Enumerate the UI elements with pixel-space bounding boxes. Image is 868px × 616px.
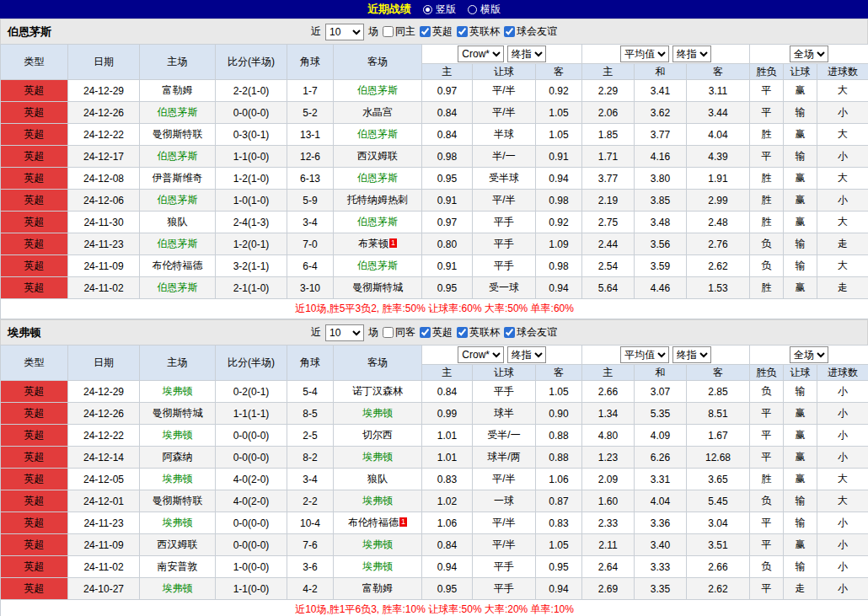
league-cup-checkbox[interactable] [457,26,468,37]
score-link[interactable]: 1-1(1-1) [216,403,287,425]
home-team-link[interactable]: 南安普敦 [140,556,216,578]
score-link[interactable]: 0-0(0-0) [216,447,287,469]
away-team-link[interactable]: 伯恩茅斯 [334,124,422,146]
home-team-link[interactable]: 埃弗顿 [140,469,216,490]
league-filter-friendly[interactable]: 球会友谊 [504,24,557,39]
away-team-link[interactable]: 伯恩茅斯 [334,212,422,233]
home-team-link[interactable]: 阿森纳 [140,447,216,469]
score-link[interactable]: 0-3(0-1) [216,124,287,146]
same-venue-filter[interactable]: 同主 [383,24,415,39]
away-team-link[interactable]: 富勒姆 [334,578,422,600]
corner-cell: 10-4 [287,512,334,534]
odds-stage-select[interactable]: 终指 [507,46,546,62]
score-link[interactable]: 3-2(1-1) [216,255,287,277]
away-team-link[interactable]: 狼队 [334,469,422,490]
away-team-link[interactable]: 布伦特福德1 [334,512,422,534]
score-link[interactable]: 2-4(1-3) [216,212,287,233]
same-venue-checkbox[interactable] [383,327,394,338]
score-link[interactable]: 1-2(0-1) [216,233,287,255]
average-select[interactable]: 平均值 [620,46,669,62]
score-link[interactable]: 2-2(1-0) [216,80,287,102]
home-team-link[interactable]: 富勒姆 [140,80,216,102]
vertical-radio[interactable] [423,5,432,14]
match-count-select[interactable]: 10 [325,24,364,40]
home-team-link[interactable]: 埃弗顿 [140,512,216,534]
same-venue-checkbox[interactable] [383,26,394,37]
score-link[interactable]: 0-0(0-0) [216,512,287,534]
home-team-link[interactable]: 伯恩茅斯 [140,233,216,255]
handicap-cell: 平手 [473,381,536,403]
away-team-link[interactable]: 水晶宫 [334,102,422,124]
horizontal-radio[interactable] [468,5,477,14]
league-filter-league-cup[interactable]: 英联杯 [457,24,500,39]
score-link[interactable]: 4-0(2-0) [216,469,287,490]
score-link[interactable]: 1-0(1-0) [216,190,287,212]
away-team-link[interactable]: 埃弗顿 [334,447,422,469]
score-link[interactable]: 1-0(0-0) [216,556,287,578]
epl-checkbox[interactable] [420,327,431,338]
score-link[interactable]: 4-0(2-0) [216,490,287,512]
score-link[interactable]: 1-2(1-0) [216,168,287,190]
average-select[interactable]: 平均值 [620,346,669,363]
away-team-link[interactable]: 埃弗顿 [334,490,422,512]
home-team-link[interactable]: 埃弗顿 [140,578,216,600]
result-cell: 胜 [750,469,784,490]
sub-header-avg-away: 客 [687,64,750,80]
odds-provider-select[interactable]: Crow* [458,346,504,363]
same-venue-filter[interactable]: 同客 [383,325,415,340]
score-link[interactable]: 1-1(0-0) [216,578,287,600]
away-team-link[interactable]: 西汉姆联 [334,146,422,168]
away-team-link[interactable]: 伯恩茅斯 [334,168,422,190]
away-team-link[interactable]: 曼彻斯特城 [334,277,422,299]
score-link[interactable]: 0-0(0-0) [216,425,287,447]
score-link[interactable]: 0-0(0-0) [216,534,287,556]
away-team-link[interactable]: 伯恩茅斯 [334,80,422,102]
home-team-link[interactable]: 埃弗顿 [140,425,216,447]
score-link[interactable]: 0-2(0-1) [216,381,287,403]
away-team-link[interactable]: 布莱顿1 [334,233,422,255]
home-team-link[interactable]: 埃弗顿 [140,381,216,403]
avg-home-odds-cell: 2.19 [582,190,635,212]
away-team-link[interactable]: 托特纳姆热刺 [334,190,422,212]
score-link[interactable]: 0-0(0-0) [216,102,287,124]
league-filter-epl[interactable]: 英超 [420,325,453,340]
away-team-link[interactable]: 切尔西 [334,425,422,447]
home-team-link[interactable]: 曼彻斯特城 [140,403,216,425]
average-stage-select[interactable]: 终指 [672,46,711,62]
match-count-select[interactable]: 10 [325,324,364,341]
average-stage-select[interactable]: 终指 [672,346,711,363]
score-link[interactable]: 2-1(1-0) [216,277,287,299]
layout-option-horizontal[interactable]: 横版 [468,3,501,17]
date-cell: 24-11-02 [68,556,140,578]
home-team-link[interactable]: 伊普斯维奇 [140,168,216,190]
layout-option-vertical[interactable]: 竖版 [423,3,456,17]
full-match-select[interactable]: 全场 [790,346,828,363]
home-team-link[interactable]: 伯恩茅斯 [140,146,216,168]
friendly-checkbox[interactable] [504,327,515,338]
away-team-link[interactable]: 埃弗顿 [334,556,422,578]
avg-home-odds-cell: 1.60 [582,490,635,512]
home-team-link[interactable]: 伯恩茅斯 [140,277,216,299]
odds-stage-select[interactable]: 终指 [507,346,546,363]
home-team-link[interactable]: 曼彻斯特联 [140,490,216,512]
home-team-link[interactable]: 伯恩茅斯 [140,190,216,212]
away-team-link[interactable]: 诺丁汉森林 [334,381,422,403]
friendly-checkbox[interactable] [504,26,515,37]
full-match-select[interactable]: 全场 [790,46,828,62]
home-team-link[interactable]: 布伦特福德 [140,255,216,277]
away-team-link[interactable]: 伯恩茅斯 [334,255,422,277]
home-team-link[interactable]: 西汉姆联 [140,534,216,556]
odds-provider-select[interactable]: Crow* [458,46,504,62]
home-team-link[interactable]: 伯恩茅斯 [140,102,216,124]
league-filter-friendly[interactable]: 球会友谊 [504,325,557,340]
league-filter-epl[interactable]: 英超 [420,24,453,39]
away-team-link[interactable]: 埃弗顿 [334,403,422,425]
home-team-link[interactable]: 曼彻斯特联 [140,124,216,146]
home-team-link[interactable]: 狼队 [140,212,216,233]
league-filter-league-cup[interactable]: 英联杯 [457,325,500,340]
date-cell: 24-12-29 [68,381,140,403]
score-link[interactable]: 1-1(0-0) [216,146,287,168]
epl-checkbox[interactable] [420,26,431,37]
away-team-link[interactable]: 埃弗顿 [334,534,422,556]
league-cup-checkbox[interactable] [457,327,468,338]
